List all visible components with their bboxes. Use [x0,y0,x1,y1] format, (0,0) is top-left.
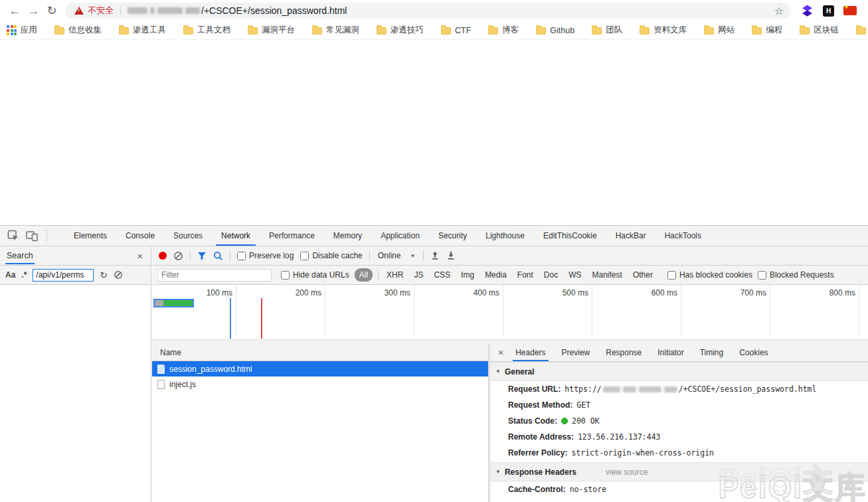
tab-initiator[interactable]: Initiator [650,344,691,361]
filter-input[interactable] [157,269,272,282]
tab-security[interactable]: Security [429,226,476,246]
bookmark-folder[interactable]: 网站 [704,25,735,36]
url-text[interactable]: /+CSCOE+/session_password.html [126,5,347,16]
folder-icon [248,27,258,35]
search-requests-icon[interactable] [213,251,223,261]
name-column-header[interactable]: Name [152,344,488,361]
tab-timing[interactable]: Timing [692,344,732,361]
filter-type-js[interactable]: JS [411,270,426,280]
search-input[interactable] [33,269,94,282]
bookmark-folder[interactable]: 渗透工具 [119,25,166,36]
disable-cache-option[interactable]: Disable cache [300,251,362,260]
close-search-icon[interactable]: × [134,250,145,262]
table-row[interactable]: session_password.html [152,361,488,376]
tab-hackbar[interactable]: HackBar [606,226,655,246]
bookmark-folder[interactable]: 临时 [856,25,868,36]
filter-type-manifest[interactable]: Manifest [590,270,625,280]
tab-console[interactable]: Console [116,226,164,246]
filter-type-font[interactable]: Font [515,270,536,280]
preserve-log-option[interactable]: Preserve log [237,251,294,260]
hide-data-urls-checkbox[interactable] [281,271,290,280]
filter-toggle-icon[interactable] [197,252,207,260]
tab-memory[interactable]: Memory [324,226,371,246]
tab-application[interactable]: Application [371,226,429,246]
proxy-flag-extension-icon[interactable] [843,6,857,15]
general-section-header[interactable]: ▼ General [490,362,868,381]
has-blocked-cookies-label: Has blocked cookies [679,270,752,280]
filter-type-ws[interactable]: WS [566,270,584,280]
bookmark-folder[interactable]: Github [536,26,574,35]
tab-sources[interactable]: Sources [164,226,212,246]
bookmark-folder[interactable]: CTF [441,26,471,35]
bookmark-folder[interactable]: 区块链 [800,25,839,36]
bookmark-folder[interactable]: 博客 [488,25,519,36]
hide-data-urls-option[interactable]: Hide data URLs [281,270,349,280]
record-icon[interactable] [159,252,167,260]
preserve-log-checkbox[interactable] [237,252,246,260]
tab-elements[interactable]: Elements [64,226,116,246]
bookmark-folder[interactable]: 渗透技巧 [377,25,424,36]
filter-type-css[interactable]: CSS [431,270,453,280]
bookmark-label: Github [550,26,574,35]
folder-icon [856,27,866,35]
has-blocked-cookies-option[interactable]: Has blocked cookies [667,270,752,280]
refresh-search-icon[interactable]: ↻ [100,270,108,280]
filter-type-media[interactable]: Media [482,270,509,280]
folder-icon [488,27,498,35]
clear-search-icon[interactable] [114,270,123,280]
blocked-requests-option[interactable]: Blocked Requests [758,270,834,280]
blocked-requests-checkbox[interactable] [758,271,766,280]
bookmark-star-icon[interactable]: ☆ [774,5,784,17]
regex-button[interactable]: .* [21,270,27,280]
clear-requests-icon[interactable] [173,251,183,261]
has-blocked-cookies-checkbox[interactable] [667,271,676,280]
disable-cache-checkbox[interactable] [300,252,309,260]
hackbar-extension-icon[interactable]: H [823,5,834,17]
bookmark-folder[interactable]: 资料文库 [640,25,687,36]
bookmark-folder[interactable]: 漏洞平台 [248,25,295,36]
page-content [0,40,868,225]
tab-preview[interactable]: Preview [554,344,598,361]
tab-editthiscookie[interactable]: EditThisCookie [534,226,606,246]
bookmark-folder[interactable]: 常见漏洞 [312,25,359,36]
security-warning-icon[interactable] [74,7,84,15]
preserve-log-label: Preserve log [249,251,294,260]
forward-icon[interactable]: → [24,1,43,20]
throttling-dropdown[interactable]: Online ▼ [377,251,417,260]
devtools-row3: Aa .* ↻ Hide data URLs All [0,266,868,285]
disclosure-triangle-icon: ▼ [495,369,501,375]
bookmark-folder[interactable]: 团队 [592,25,622,36]
tab-lighthouse[interactable]: Lighthouse [476,226,534,246]
close-details-icon[interactable]: × [494,347,507,358]
back-icon[interactable]: ← [5,1,24,20]
response-headers-section-header[interactable]: ▼ Response Headers view source [490,462,868,481]
tab-network[interactable]: Network [212,226,260,246]
filter-type-other[interactable]: Other [630,270,655,280]
filter-type-xhr[interactable]: XHR [384,270,406,280]
filter-type-img[interactable]: Img [458,270,477,280]
search-panel-title[interactable]: Search [5,248,35,264]
bookmark-apps[interactable]: 应用 [7,25,37,36]
import-har-icon[interactable] [430,251,440,260]
bookmark-folder[interactable]: 编程 [752,25,782,36]
table-row[interactable]: inject.js [152,376,488,392]
reload-icon[interactable]: ↻ [43,1,61,20]
tab-headers[interactable]: Headers [507,344,553,361]
filter-type-all[interactable]: All [355,268,373,282]
bookmark-folder[interactable]: 工具文档 [183,25,230,36]
inspect-element-icon[interactable] [4,228,23,244]
bookmark-folder[interactable]: 信息收集 [54,25,102,36]
tab-hacktools[interactable]: HackTools [655,226,711,246]
match-case-button[interactable]: Aa [5,270,15,280]
network-overview-timeline[interactable]: 100 ms 200 ms 300 ms 400 ms 500 ms 600 m… [152,285,868,344]
device-toolbar-icon[interactable] [23,228,41,244]
purple-extension-icon[interactable] [801,5,814,17]
tab-cookies[interactable]: Cookies [731,344,776,361]
tab-response[interactable]: Response [598,344,650,361]
export-har-icon[interactable] [446,251,456,260]
filter-type-doc[interactable]: Doc [541,270,561,280]
view-source-link[interactable]: view source [606,467,648,477]
address-bar[interactable]: 不安全 /+CSCOE+/session_password.html ☆ [65,3,790,19]
tab-performance[interactable]: Performance [260,226,324,246]
security-label[interactable]: 不安全 [88,5,114,17]
